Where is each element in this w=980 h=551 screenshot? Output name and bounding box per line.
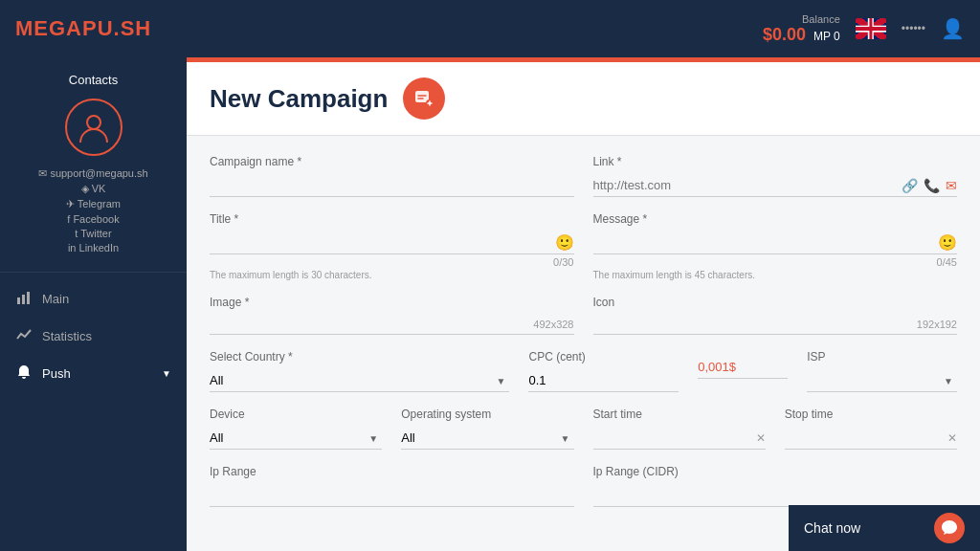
campaign-name-input[interactable] xyxy=(210,174,574,197)
page-content: New Campaign Campaign name * xyxy=(187,62,980,551)
social-email[interactable]: ✉ support@megapu.sh xyxy=(15,167,171,180)
isp-select[interactable] xyxy=(807,369,957,391)
start-time-label: Start time xyxy=(593,408,766,421)
ip-range-input[interactable] xyxy=(210,484,574,507)
country-select-wrapper: All ▼ xyxy=(210,369,509,392)
balance-label: Balance xyxy=(763,13,840,25)
icon-size: 192x192 xyxy=(917,319,957,330)
nav-right: Balance $0.00 MP 0 •••••• 👤 xyxy=(763,13,965,45)
title-input-row: 🙂 xyxy=(210,231,574,254)
page-title: New Campaign xyxy=(210,84,388,114)
title-group: Title * 🙂 0/30 The maximum length is 30 … xyxy=(210,212,574,280)
image-group: Image * 492x328 xyxy=(210,296,574,335)
social-links: ✉ support@megapu.sh ◈ VK ✈ Telegram f Fa… xyxy=(15,167,171,253)
title-label: Title * xyxy=(210,212,574,226)
logo: MEGAPU.SH xyxy=(15,16,151,41)
user-avatar-icon[interactable]: 👤 xyxy=(941,17,965,40)
top-navigation: MEGAPU.SH Balance $0.00 MP 0 •••••• 👤 xyxy=(0,0,980,57)
country-label: Select Country * xyxy=(210,350,509,364)
image-field[interactable]: 492x328 xyxy=(210,315,574,335)
stop-time-input-row: ✕ xyxy=(785,427,957,450)
phone-icon[interactable]: 📞 xyxy=(924,178,940,193)
form-row-6: Ip Range Ip Range (CIDR) xyxy=(210,465,957,507)
cpc-label: CPC (cent) xyxy=(528,350,679,364)
sidebar-item-statistics[interactable]: Statistics xyxy=(0,318,187,355)
stop-time-label: Stop time xyxy=(785,408,957,421)
country-select[interactable]: All xyxy=(210,369,509,391)
link-icon[interactable]: 🔗 xyxy=(902,178,918,193)
link-input[interactable] xyxy=(593,174,902,196)
link-icons: 🔗 📞 ✉ xyxy=(902,178,957,193)
title-input[interactable] xyxy=(210,231,555,253)
balance-block: Balance $0.00 MP 0 xyxy=(763,13,840,45)
avatar-icon xyxy=(77,110,111,144)
logo-accent: PU xyxy=(82,16,114,40)
link-group: Link * 🔗 📞 ✉ xyxy=(593,155,958,197)
ip-range-label: Ip Range xyxy=(210,465,574,478)
cpc-input[interactable] xyxy=(528,369,679,392)
cpc-min-group: 0,001$ xyxy=(698,350,788,392)
message-input-row: 🙂 xyxy=(593,231,958,254)
svg-rect-2 xyxy=(22,295,25,304)
social-facebook[interactable]: f Facebook xyxy=(15,213,171,225)
username: •••••• xyxy=(902,22,925,35)
emoji-icon-title[interactable]: 🙂 xyxy=(555,233,574,252)
logo-sh: SH xyxy=(121,16,152,40)
icon-label: Icon xyxy=(593,296,958,309)
message-label: Message * xyxy=(593,212,958,226)
ip-range-group: Ip Range xyxy=(210,465,574,507)
email-icon[interactable]: ✉ xyxy=(946,178,957,193)
logo-text: MEGA xyxy=(15,16,82,40)
cpc-group: CPC (cent) xyxy=(528,350,679,392)
flag-uk[interactable] xyxy=(856,18,886,39)
cpc-min-value: 0,001$ xyxy=(698,356,788,379)
image-label: Image * xyxy=(210,296,574,309)
push-icon xyxy=(15,364,33,383)
form-row-5: Device All ▼ Operating system All xyxy=(210,408,957,450)
social-telegram[interactable]: ✈ Telegram xyxy=(15,198,171,210)
form-container: Campaign name * Link * 🔗 📞 ✉ xyxy=(187,136,980,541)
content-area: New Campaign Campaign name * xyxy=(187,57,980,551)
chat-icon xyxy=(941,519,958,537)
sidebar-item-push[interactable]: Push ▼ xyxy=(0,355,187,392)
main-icon xyxy=(15,290,33,308)
chat-widget[interactable]: Chat now xyxy=(789,505,980,551)
isp-group: ISP ▼ xyxy=(807,350,957,392)
stop-time-input[interactable] xyxy=(785,430,947,445)
start-time-clear[interactable]: ✕ xyxy=(756,431,766,445)
title-hint: The maximum length is 30 characters. xyxy=(210,270,574,280)
statistics-label: Statistics xyxy=(42,329,92,343)
chat-bubble-icon xyxy=(934,513,965,543)
start-time-input[interactable] xyxy=(593,430,756,445)
main-layout: Contacts ✉ support@megapu.sh ◈ VK ✈ Tele… xyxy=(0,57,980,551)
message-input[interactable] xyxy=(593,231,939,253)
start-time-group: Start time ✕ xyxy=(593,408,766,450)
message-hint: The maximum length is 45 characters. xyxy=(593,270,958,280)
stop-time-clear[interactable]: ✕ xyxy=(947,431,957,445)
balance-amount: $0.00 xyxy=(763,25,806,45)
device-label: Device xyxy=(210,408,382,421)
title-char-count: 0/30 xyxy=(210,256,574,268)
form-row-3: Image * 492x328 Icon 192x192 xyxy=(210,296,957,335)
balance-mp: MP 0 xyxy=(813,30,840,43)
ip-range-cidr-input[interactable] xyxy=(593,484,958,507)
link-input-row: 🔗 📞 ✉ xyxy=(593,174,958,197)
os-select[interactable]: All xyxy=(401,427,573,449)
emoji-icon-message[interactable]: 🙂 xyxy=(938,233,957,252)
form-row-4: Select Country * All ▼ CPC (cent) xyxy=(210,350,957,392)
icon-field[interactable]: 192x192 xyxy=(593,315,958,335)
device-select[interactable]: All xyxy=(210,427,382,449)
main-label: Main xyxy=(42,292,69,306)
social-linkedin[interactable]: in LinkedIn xyxy=(15,242,171,253)
sidebar-item-main[interactable]: Main xyxy=(0,280,187,318)
ip-range-cidr-group: Ip Range (CIDR) xyxy=(593,465,958,507)
os-label: Operating system xyxy=(401,408,573,421)
sidebar-contacts: Contacts ✉ support@megapu.sh ◈ VK ✈ Tele… xyxy=(0,57,187,273)
stop-time-group: Stop time ✕ xyxy=(785,408,957,450)
svg-rect-4 xyxy=(415,91,429,102)
device-group: Device All ▼ xyxy=(210,408,382,450)
social-twitter[interactable]: t Twitter xyxy=(15,228,171,239)
social-vk[interactable]: ◈ VK xyxy=(15,183,171,195)
country-group: Select Country * All ▼ xyxy=(210,350,509,392)
form-row-1: Campaign name * Link * 🔗 📞 ✉ xyxy=(210,155,957,197)
